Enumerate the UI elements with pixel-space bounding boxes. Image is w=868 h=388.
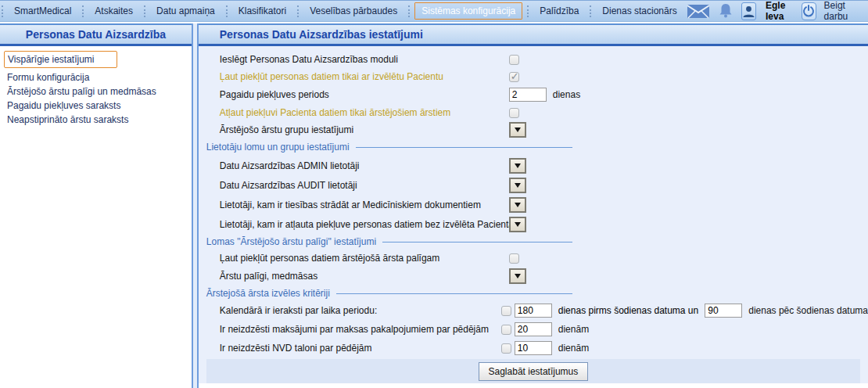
section-criteria-header: Ārstejošā ārsta izvēles kritēriji (199, 286, 572, 301)
setting-row-doctor-groups: Ārstējošo ārstu grupu iestatījumi (199, 121, 868, 138)
nav-separator (297, 5, 299, 17)
nav-item-palidziba[interactable]: Palīdzība (530, 3, 588, 19)
setting-row-treating-only: Atļaut piekļuvi Pacienta datiem tikai ār… (199, 104, 868, 121)
sidebar-item-arstu-paligi[interactable]: Ārstējošo ārstu palīgi un medmāsas (0, 84, 192, 99)
selected-patient-checkbox[interactable] (509, 72, 519, 82)
save-strip: Saglabāt iestatījumus (206, 359, 860, 383)
nav-separator (226, 5, 228, 17)
setting-label: Ārstu palīgi, medmāsas (220, 271, 509, 282)
criteria-suffix-label: dienas pēc šodienas datuma (748, 305, 868, 316)
nav-item-veselibas-parbaudes[interactable]: Veselības pārbaudes (300, 3, 407, 19)
setting-label: Lietotāji, kam ir tiesības strādāt ar Me… (220, 199, 509, 210)
setting-label: Kalendārā ir ieraksti par laika periodu: (220, 305, 501, 316)
section-title: Lietotāju lomu un grupu iestatījumi (206, 142, 350, 153)
setting-label: Ārstējošo ārstu grupu iestatījumi (220, 124, 509, 135)
save-settings-button[interactable]: Saglabāt iestatījumus (479, 362, 589, 381)
section-divider-line (336, 293, 572, 294)
setting-row-admin-users: Datu Aizsardzības ADMIN lietotāji (199, 156, 868, 175)
unit-label: dienām (558, 324, 589, 335)
nav-item-klasifikatori[interactable]: Klasifikatori (229, 3, 296, 19)
setting-row-assistants: Ārstu palīgi, medmāsas (199, 267, 868, 286)
nvd-days-input[interactable] (515, 341, 552, 355)
nav-separator (527, 5, 529, 17)
top-navigation-bar: SmartMedical Atskaites Datu apmaiņa Klas… (0, 0, 868, 22)
setting-row-allow-assistant: Ļaut piekļūt personas datiem ārstējošā ā… (199, 250, 868, 267)
section-title: Lomas "Ārstējošo ārstu palīgi" iestatīju… (206, 236, 376, 247)
nav-separator (590, 5, 591, 17)
nav-item-datu-apmaina[interactable]: Datu apmaiņa (147, 3, 224, 19)
mail-icon[interactable] (687, 4, 710, 19)
nav-item-dienas-stacionars[interactable]: Dienas stacionārs (593, 3, 686, 19)
panel-divider (192, 23, 199, 388)
days-after-input[interactable] (705, 304, 742, 318)
setting-row-module: Ieslēgt Personas Datu Aizsardzības modul… (199, 51, 868, 68)
chevron-down-icon (515, 183, 521, 188)
medical-docs-users-dropdown[interactable] (509, 197, 526, 213)
power-icon[interactable] (802, 2, 816, 20)
panels-container: Personas Datu Aizsardzība Vispārīgie ies… (0, 22, 868, 388)
sidebar-item-neapstiprinato-arstu[interactable]: Neapstiprināto ārstu saraksts (0, 113, 192, 127)
nvd-criteria-checkbox[interactable] (501, 343, 511, 354)
bell-icon[interactable] (718, 3, 733, 19)
main-panel: Personas Datu Aizsardzības iestatījumi I… (199, 23, 868, 388)
setting-row-payments-criteria: Ir neizdzēsti maksājumi par maksas pakal… (199, 320, 868, 339)
sidebar-item-formu-konfiguracija[interactable]: Formu konfigurācija (0, 70, 192, 84)
admin-users-dropdown[interactable] (509, 158, 526, 174)
nav-separator (2, 5, 3, 17)
section-title: Ārstejošā ārsta izvēles kritēriji (206, 288, 330, 299)
chevron-down-icon (515, 274, 521, 278)
no-patient-users-dropdown[interactable] (509, 217, 526, 232)
chevron-down-icon (515, 163, 521, 168)
setting-label: Ir neizdzēsti NVD taloni par pēdējām (220, 343, 501, 354)
setting-label: Datu Aizsardzības ADMIN lietotāji (220, 160, 509, 171)
sidebar-item-visparigie-iestatijumi[interactable]: Vispārīgie iestatījumi (0, 51, 192, 68)
section-assistants-header: Lomas "Ārstējošo ārstu palīgi" iestatīju… (199, 234, 572, 250)
setting-label: Ieslēgt Personas Datu Aizsardzības modul… (220, 54, 509, 65)
nav-separator (82, 5, 84, 17)
user-icon[interactable] (741, 2, 756, 20)
section-divider-line (382, 242, 572, 242)
temp-period-input[interactable] (509, 88, 547, 102)
setting-row-selected-patient: Ļaut piekļūt personas datiem tikai ar iz… (199, 68, 868, 85)
treating-only-checkbox[interactable] (509, 108, 519, 118)
payments-days-input[interactable] (515, 322, 552, 336)
section-users-header: Lietotāju lomu un grupu iestatījumi (199, 138, 572, 156)
chevron-down-icon (515, 203, 521, 207)
setting-row-nvd-criteria: Ir neizdzēsti NVD taloni par pēdējām die… (199, 339, 868, 357)
sidebar-title: Personas Datu Aizsardzība (0, 23, 192, 46)
section-divider-line (356, 147, 572, 148)
module-checkbox[interactable] (509, 55, 519, 65)
allow-assistant-checkbox[interactable] (509, 253, 519, 264)
setting-row-no-patient-users: Lietotāji, kam ir atļauta piekļuve perso… (199, 214, 868, 234)
page-title: Personas Datu Aizsardzības iestatījumi (199, 23, 868, 46)
setting-label: Ir neizdzēsti maksājumi par maksas pakal… (220, 324, 501, 335)
calendar-criteria-checkbox[interactable] (501, 306, 511, 316)
payments-criteria-checkbox[interactable] (501, 325, 511, 335)
setting-label: Ļaut piekļūt personas datiem tikai ar iz… (220, 71, 509, 82)
chevron-down-icon (515, 222, 521, 227)
nav-item-atskaites[interactable]: Atskaites (85, 3, 142, 19)
chevron-down-icon (515, 128, 521, 132)
doctor-groups-dropdown[interactable] (509, 122, 526, 138)
logout-button[interactable]: Beigt darbu (824, 0, 857, 22)
setting-row-medical-docs-users: Lietotāji, kam ir tiesības strādāt ar Me… (199, 195, 868, 214)
sidebar-item-label: Vispārīgie iestatījumi (8, 54, 95, 65)
user-name: Egle Ieva (766, 0, 794, 22)
setting-row-calendar-criteria: Kalendārā ir ieraksti par laika periodu:… (199, 301, 868, 320)
audit-users-dropdown[interactable] (509, 178, 526, 193)
setting-label: Datu Aizsardzības AUDIT lietotāji (220, 180, 509, 191)
days-before-input[interactable] (515, 304, 552, 318)
assistants-dropdown[interactable] (509, 268, 526, 284)
nav-item-sistemas-konfiguracija[interactable]: Sistēmas konfigurācija (414, 2, 522, 20)
setting-label: Atļaut piekļuvi Pacienta datiem tikai ār… (220, 107, 509, 118)
setting-row-temp-period: Pagaidu piekļuves periods dienas (199, 85, 868, 104)
nav-separator (408, 5, 410, 17)
setting-label: Ļaut piekļūt personas datiem ārstējošā ā… (220, 253, 509, 264)
nav-item-smartmedical[interactable]: SmartMedical (5, 3, 81, 19)
setting-label: Pagaidu piekļuves periods (220, 89, 509, 100)
sidebar-item-pagaidu-piekluves[interactable]: Pagaidu piekļuves saraksts (0, 99, 192, 113)
unit-label: dienas (553, 89, 580, 100)
nav-separator (144, 5, 145, 17)
criteria-mid-label: dienas pirms šodienas datuma un (558, 305, 698, 316)
sidebar-menu: Vispārīgie iestatījumi Formu konfigurāci… (0, 46, 192, 127)
